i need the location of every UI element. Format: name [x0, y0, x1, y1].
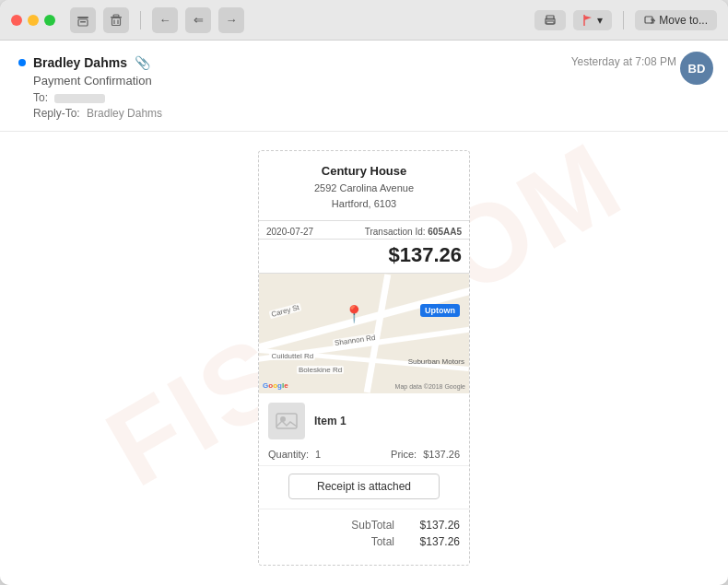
email-subject: Payment Confirmation [33, 74, 710, 88]
reply-to-value: Bradley Dahms [87, 107, 162, 120]
receipt-header: Century House 2592 Carolina Avenue Hartf… [259, 151, 469, 221]
archive-button[interactable] [70, 7, 96, 33]
qty-value: 1 [315, 449, 321, 460]
avatar: BD [680, 52, 713, 85]
map-pin: 📍 [344, 304, 364, 324]
email-reply-to: Reply-To: Bradley Dahms [33, 107, 710, 120]
move-to-button[interactable]: Move to... [635, 10, 717, 30]
suburban-motors-label: Suburban Motors [408, 357, 464, 367]
receipt-date: 2020-07-27 [266, 227, 313, 237]
email-header: Bradley Dahms 📎 Payment Confirmation To:… [0, 41, 728, 132]
quantity: Quantity: 1 [268, 449, 321, 460]
txn-label: Transaction Id: [365, 227, 426, 237]
receipt-map: Carey St Shannon Rd Cuilduttel Rd Bolesk… [259, 274, 469, 393]
move-to-label: Move to... [659, 14, 708, 27]
price-label: Price: [391, 449, 417, 460]
close-button[interactable] [11, 15, 22, 26]
receipt-attached-button[interactable]: Receipt is attached [288, 474, 440, 499]
google-logo: Google [263, 381, 288, 390]
unread-dot [18, 59, 26, 66]
forward-button[interactable]: → [218, 7, 244, 33]
total-row: Total $137.26 [268, 535, 460, 548]
svg-rect-2 [80, 21, 86, 23]
svg-rect-0 [77, 17, 88, 18]
email-timestamp: Yesterday at 7:08 PM [571, 55, 676, 68]
svg-rect-10 [546, 21, 554, 24]
email-content: Bradley Dahms 📎 Payment Confirmation To:… [0, 41, 728, 585]
road-label-carey: Carey St [269, 303, 302, 320]
to-value-redacted [54, 94, 105, 103]
flag-chevron: ▾ [597, 14, 603, 27]
address-line2: Hartford, 6103 [332, 198, 396, 209]
company-name: Century House [268, 164, 460, 178]
receipt-card: Century House 2592 Carolina Avenue Hartf… [258, 150, 470, 566]
svg-rect-5 [112, 18, 121, 25]
item-name: Item 1 [314, 415, 346, 427]
traffic-lights [11, 15, 55, 26]
road-label-cuilduttel: Cuilduttel Rd [269, 352, 315, 360]
receipt-txn: Transaction Id: 605AA5 [365, 227, 462, 237]
receipt-item-row: Item 1 [268, 403, 460, 439]
receipt-totals: SubTotal $137.26 Total $137.26 [259, 509, 469, 565]
mail-window: ← ⇐ → ▾ [0, 0, 728, 585]
print-button[interactable] [534, 10, 566, 30]
price-value: $137.26 [423, 449, 460, 460]
to-label: To: [33, 91, 48, 104]
toolbar: ← ⇐ → ▾ [0, 0, 728, 41]
subtotal-row: SubTotal $137.26 [268, 519, 460, 532]
receipt-address: 2592 Carolina Avenue Hartford, 6103 [268, 181, 460, 211]
subtotal-label: SubTotal [351, 519, 394, 532]
sender-name: Bradley Dahms [33, 55, 127, 70]
back2-button[interactable]: ⇐ [185, 7, 211, 33]
delete-button[interactable] [103, 7, 129, 33]
toolbar-right: ▾ Move to... [534, 10, 717, 30]
receipt-wrapper: Century House 2592 Carolina Avenue Hartf… [0, 132, 728, 585]
email-to: To: [33, 91, 710, 104]
subtotal-value: $137.26 [409, 519, 460, 532]
map-background: Carey St Shannon Rd Cuilduttel Rd Bolesk… [259, 274, 469, 393]
road-label-boleskine: Boleskine Rd [297, 366, 344, 374]
item-image [268, 403, 305, 439]
minimize-button[interactable] [28, 15, 39, 26]
separator2 [623, 11, 624, 29]
total-value: $137.26 [409, 535, 460, 548]
reply-to-label: Reply-To: [33, 107, 80, 120]
receipt-button-row: Receipt is attached [259, 466, 469, 509]
uptown-label: Uptown [420, 304, 460, 317]
svg-rect-4 [113, 15, 119, 17]
maximize-button[interactable] [44, 15, 55, 26]
total-label: Total [371, 535, 394, 548]
receipt-amount: $137.26 [388, 243, 462, 266]
address-line1: 2592 Carolina Avenue [314, 182, 414, 193]
flag-button[interactable]: ▾ [573, 10, 612, 30]
price: Price: $137.26 [391, 449, 460, 460]
qty-label: Quantity: [268, 449, 309, 460]
receipt-txn-row: 2020-07-27 Transaction Id: 605AA5 [259, 221, 469, 240]
map-data-label: Map data ©2018 Google [395, 383, 465, 390]
txn-id: 605AA5 [428, 227, 462, 237]
back-button[interactable]: ← [152, 7, 178, 33]
receipt-item-section: Item 1 Quantity: 1 Price: $137.26 [259, 393, 469, 466]
attachment-icon: 📎 [135, 55, 150, 70]
receipt-amount-row: $137.26 [259, 240, 469, 274]
separator [140, 11, 141, 29]
receipt-qty-price-row: Quantity: 1 Price: $137.26 [268, 449, 460, 460]
